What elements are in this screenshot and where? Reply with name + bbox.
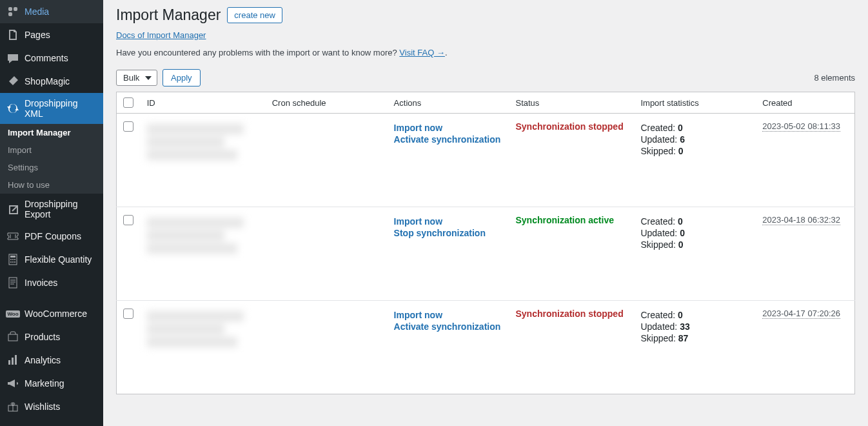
sidebar-item-wishlists[interactable]: Wishlists — [0, 395, 103, 418]
export-icon — [6, 203, 19, 216]
row-checkbox[interactable] — [123, 215, 133, 225]
svg-point-7 — [14, 261, 15, 263]
stat-line: Created: 0 — [640, 310, 749, 320]
sub-item-import[interactable]: Import — [0, 141, 103, 159]
sidebar-item-dropshipping-export[interactable]: Dropshipping Export — [0, 194, 103, 225]
row-checkbox[interactable] — [123, 309, 133, 319]
menu-label: Pages — [25, 30, 50, 40]
sidebar-item-comments[interactable]: Comments — [0, 46, 103, 70]
import-table: ID Cron schedule Actions Status Import s… — [116, 92, 855, 394]
menu-label: Analytics — [25, 355, 61, 365]
stat-line: Skipped: 87 — [640, 333, 749, 343]
col-id[interactable]: ID — [141, 92, 266, 114]
table-row: Import nowActivate synchronizationSynchr… — [117, 114, 855, 207]
status-text: Synchronization stopped — [515, 309, 623, 319]
docs-link[interactable]: Docs of Import Manager — [116, 30, 206, 40]
sub-item-settings[interactable]: Settings — [0, 159, 103, 176]
menu-label: Dropshipping XML — [25, 98, 97, 119]
sidebar-item-media[interactable]: Media — [0, 0, 103, 23]
created-timestamp: 2023-04-17 07:20:26 — [762, 309, 840, 319]
action-link[interactable]: Activate synchronization — [394, 321, 503, 332]
sidebar-item-marketing[interactable]: Marketing — [0, 372, 103, 395]
col-cron: Cron schedule — [266, 92, 388, 114]
menu-label: ShopMagic — [25, 76, 70, 86]
svg-rect-14 — [12, 358, 14, 365]
svg-rect-13 — [8, 360, 10, 365]
action-link[interactable]: Import now — [394, 310, 503, 320]
menu-label: Flexible Quantity — [25, 254, 92, 265]
pages-icon — [6, 28, 19, 41]
menu-label: Media — [25, 6, 49, 17]
status-text: Synchronization active — [515, 215, 613, 225]
col-created: Created — [756, 92, 854, 114]
admin-sidebar: Media Pages Comments ShopMagic Dropshipp… — [0, 0, 103, 426]
svg-rect-1 — [10, 256, 15, 258]
action-link[interactable]: Import now — [394, 216, 503, 227]
table-row: Import nowActivate synchronizationSynchr… — [117, 301, 855, 394]
svg-point-4 — [14, 259, 15, 260]
sidebar-item-products[interactable]: Products — [0, 325, 103, 349]
calc-icon — [6, 253, 19, 266]
svg-rect-8 — [9, 278, 17, 288]
menu-label: Marketing — [25, 378, 64, 389]
svg-point-2 — [10, 259, 12, 260]
comments-icon — [6, 52, 19, 65]
sidebar-submenu: Import Manager Import Settings How to us… — [0, 124, 103, 194]
faq-line: Have you encountered any problems with t… — [116, 48, 855, 57]
col-actions: Actions — [388, 92, 509, 114]
col-status: Status — [509, 92, 634, 114]
sidebar-item-invoices[interactable]: Invoices — [0, 271, 103, 294]
products-icon — [6, 330, 19, 343]
action-link[interactable]: Activate synchronization — [394, 134, 503, 145]
faq-suffix: . — [445, 48, 448, 57]
sidebar-item-flexible-quantity[interactable]: Flexible Quantity — [0, 248, 103, 271]
media-icon — [6, 5, 19, 18]
sidebar-item-analytics[interactable]: Analytics — [0, 349, 103, 372]
svg-rect-12 — [8, 334, 17, 341]
apply-button[interactable]: Apply — [163, 69, 201, 86]
faq-link[interactable]: Visit FAQ → — [399, 48, 445, 57]
table-row: Import nowStop synchronizationSynchroniz… — [117, 207, 855, 301]
create-new-button[interactable]: create new — [227, 7, 282, 23]
col-stats: Import statistics — [634, 92, 756, 114]
action-link[interactable]: Import now — [394, 123, 503, 133]
gift-icon — [6, 400, 19, 413]
stat-line: Updated: 33 — [640, 321, 749, 332]
menu-label: Invoices — [25, 278, 57, 288]
menu-label: Comments — [25, 53, 68, 63]
stat-line: Created: 0 — [640, 123, 749, 133]
bulk-select[interactable]: Bulk — [116, 70, 157, 86]
created-timestamp: 2023-05-02 08:11:33 — [762, 121, 840, 132]
sync-icon — [6, 102, 19, 115]
magic-icon — [6, 75, 19, 88]
megaphone-icon — [6, 377, 19, 390]
sidebar-item-pdf-coupons[interactable]: PDF Coupons — [0, 225, 103, 248]
action-link[interactable]: Stop synchronization — [394, 228, 503, 238]
sub-item-import-manager[interactable]: Import Manager — [0, 124, 103, 141]
woo-icon: Woo — [6, 307, 19, 320]
tablenav: Bulk Apply 8 elements — [116, 69, 855, 86]
elements-count: 8 elements — [814, 73, 855, 83]
invoice-icon — [6, 276, 19, 289]
svg-point-6 — [12, 261, 14, 263]
stat-line: Updated: 0 — [640, 228, 749, 238]
stat-line: Skipped: 0 — [640, 146, 749, 156]
sub-item-how-to-use[interactable]: How to use — [0, 176, 103, 194]
coupon-icon — [6, 230, 19, 243]
sidebar-item-pages[interactable]: Pages — [0, 23, 103, 46]
sidebar-item-woocommerce[interactable]: Woo WooCommerce — [0, 302, 103, 325]
stat-line: Skipped: 0 — [640, 239, 749, 250]
status-text: Synchronization stopped — [515, 121, 623, 132]
menu-label: WooCommerce — [25, 309, 87, 319]
sidebar-item-dropshipping-xml[interactable]: Dropshipping XML — [0, 93, 103, 124]
faq-text: Have you encountered any problems with t… — [116, 48, 399, 57]
analytics-icon — [6, 354, 19, 367]
row-checkbox[interactable] — [123, 121, 133, 132]
main-content: Import Manager create new Docs of Import… — [103, 0, 868, 426]
id-blurred — [147, 218, 250, 256]
select-all-checkbox[interactable] — [123, 97, 133, 108]
menu-label: Dropshipping Export — [25, 199, 97, 219]
sidebar-item-shopmagic[interactable]: ShopMagic — [0, 70, 103, 93]
id-blurred — [147, 311, 250, 350]
id-blurred — [147, 124, 250, 163]
